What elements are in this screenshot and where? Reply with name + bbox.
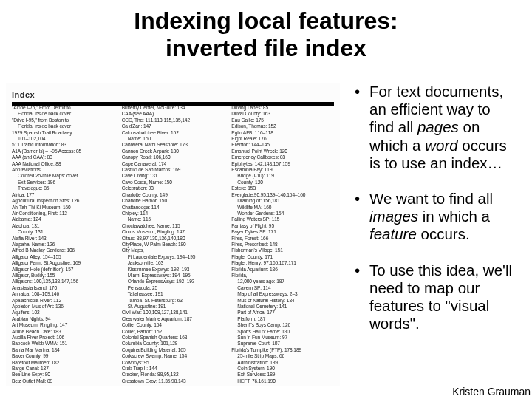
index-entry: Bridge (I-10): 119: [231, 173, 334, 179]
index-entry: Wildlife MA: 160: [231, 205, 334, 211]
index-entry: Ft Lauderdale Expwys: 194–195: [122, 254, 225, 260]
index-entry: Part of Africa: 177: [231, 310, 334, 316]
index-entry: Mus of Natural History: 134: [231, 298, 334, 304]
index-entry: Chattanooga: 114: [122, 205, 225, 211]
bullet-1: For text documents, an efficient way to …: [355, 83, 519, 172]
index-entry: Exit Services: 196: [12, 180, 115, 185]
index-entry: Crab Trap II: 144: [122, 366, 225, 372]
index-entry: Coquina Building Material: 165: [122, 347, 225, 353]
index-entry: Corkscrew Swamp, Name: 154: [122, 353, 225, 359]
index-entry: 1929 Spanish Trail Roadway:: [12, 130, 115, 136]
index-entry: Alligator Farm, St Augustine: 169: [12, 260, 115, 266]
index-entry: Map of all Expressways: 2–3: [231, 291, 334, 297]
index-entry: Flagler County: 171: [231, 254, 334, 260]
index-entry: Fantasy of Flight: 95: [231, 223, 334, 229]
credit: Kristen Grauman: [452, 386, 531, 398]
index-entry: Cave Diving: 131: [122, 173, 225, 179]
title-line-1: Indexing local features:: [134, 7, 398, 34]
index-entry: Collier, Barron: 152: [122, 329, 225, 335]
index-entry: Pensacola: 25: [122, 285, 225, 291]
index-column-2: Butterfly Center, McGuire: 134CAA (see A…: [122, 105, 225, 383]
index-entry: CAA (see AAA): [122, 111, 225, 117]
index-entry: Barefoot Mailmen: 182: [12, 360, 115, 366]
index-entry: Abbreviations,: [12, 167, 115, 173]
index-entry: Air Conditioning, First: 112: [12, 211, 115, 216]
index-entry: Everglade,90,95,139–140,154–160: [231, 192, 334, 198]
index-entry: 511 Traffic Information: 83: [12, 142, 115, 148]
index-entry: Jacksonville: 163: [122, 260, 225, 266]
index-entry: Canaveral Natnl Seashore: 173: [122, 142, 225, 148]
index-entry: Bahia Mar Marina: 184: [12, 347, 115, 353]
index-entry: Baker County: 99: [12, 353, 115, 359]
index-entry: Driving Lanes: 85: [231, 105, 334, 111]
index-entry: Ah-Tah-Thi-Ki Museum: 160: [12, 205, 115, 211]
index-entry: Cavern SP: 114: [231, 285, 334, 291]
index-entry: Florida,: [231, 273, 334, 279]
index-entry: Castillo de San Marcos: 169: [122, 167, 225, 173]
index-entry: Collier County: 154: [122, 322, 225, 328]
index-entry: 101–102,104: [12, 136, 115, 142]
index-entry: Cannon Creek Airpark: 130: [122, 149, 225, 154]
index-entry: "Alone I-75," From Detroit to: [12, 105, 115, 111]
slide: Indexing local features: inverted file i…: [0, 0, 532, 399]
index-entry: Miami Expressways: 194–195: [122, 273, 225, 279]
index-entry: Colored 25-mile Maps: cover: [12, 173, 115, 179]
index-entry: Butterfly Center, McGuire: 134: [122, 105, 225, 111]
index-image: Index "Alone I-75," From Detroit toFlori…: [6, 83, 340, 386]
bullet-2: We want to find all images in which a fe…: [355, 190, 519, 244]
index-entry: A1A (Barrier Is) – I-95 Access: 85: [12, 149, 115, 154]
index-entry: Edison, Thomas: 152: [231, 123, 334, 129]
index-entry: Alligator Alley: 154–155: [12, 254, 115, 260]
index-entry: Art Museum, Ringling: 147: [12, 322, 115, 328]
index-entry: Alapaha, Name: 126: [12, 242, 115, 248]
index-entry: "Drive I-95," from Boston to: [12, 117, 115, 123]
index-entry: Aquifers: 102: [12, 310, 115, 316]
index-entry: AAA National Office: 88: [12, 161, 115, 167]
index-entry: Florida's Turnpike (FTP): 178,189: [231, 347, 334, 353]
index-entry: Coin System: 190: [231, 366, 334, 372]
index-entry: Florida: inside back cover: [12, 111, 115, 117]
index-entry: Platform: 187: [231, 316, 334, 322]
index-entry: Eglin AFB: 116–118: [231, 130, 334, 136]
index-entry: Duval County: 163: [231, 111, 334, 117]
index-entry: Tallahassee: 191: [122, 291, 225, 297]
index-entry: Clearwater Marine Aquarium: 187: [122, 316, 225, 322]
index-entry: Epiphytes: 142,148,157,159: [231, 161, 334, 167]
bullet-region: For text documents, an efficient way to …: [340, 83, 532, 399]
index-entry: Exit Services: 189: [231, 372, 334, 378]
index-entry: Charlotte Harbor: 150: [122, 198, 225, 204]
index-entry: Choctawatchee, Name: 115: [122, 223, 225, 229]
index-entry: Estero: 153: [231, 185, 334, 191]
index-entry: Alligators: 100,135,138,147,156: [12, 279, 115, 284]
index-entry: Canopy Road: 106,160: [122, 154, 225, 160]
index-entry: City Maps,: [122, 248, 225, 253]
index-entry: Fires, Forest: 166: [231, 236, 334, 242]
index-entry: Babcock-Webb WMA: 151: [12, 341, 115, 347]
index-entry: Columbia County: 101,128: [122, 341, 225, 347]
index-entry: 25-mile Strip Maps: 66: [231, 353, 334, 359]
index-entry: Sports Hall of Fame: 130: [231, 329, 334, 335]
index-entry: Civil War: 100,108,127,138,141: [122, 310, 225, 316]
index-entry: Cayo Costa, Name: 150: [122, 180, 225, 185]
index-entry: Cracker, Florida: 88,95,132: [122, 372, 225, 378]
index-entry: Flagler, Henry: 97,165,167,171: [231, 260, 334, 266]
index-header: Index: [12, 87, 334, 106]
index-entry: Ca d'Zan: 147: [122, 123, 225, 129]
index-entry: Cowboys: 95: [122, 360, 225, 366]
index-entry: Anhaica: 108–109,146: [12, 291, 115, 297]
index-header-label: Index: [12, 90, 35, 99]
index-entry: Alfred B Maclay Gardens: 106: [12, 248, 115, 253]
index-entry: Sun 'n Fun Museum: 97: [231, 335, 334, 341]
index-entry: Caloosahatchee River: 152: [122, 130, 225, 136]
slide-title: Indexing local features: inverted file i…: [0, 0, 532, 62]
bullet-3: To use this idea, we'll need to map our …: [355, 262, 519, 333]
index-column-1: "Alone I-75," From Detroit toFlorida: in…: [12, 105, 115, 383]
index-entry: Barge Canal: 137: [12, 366, 115, 372]
index-entry: Administration: 189: [231, 360, 334, 366]
index-column-3: Driving Lanes: 85Duval County: 163Eau Ga…: [231, 105, 334, 383]
index-columns: "Alone I-75," From Detroit toFlorida: in…: [12, 105, 334, 383]
index-entry: Citrus: 88,97,130,136,140,180: [122, 236, 225, 242]
title-line-2: inverted file index: [166, 35, 366, 61]
index-entry: Cape Canaveral: 174: [122, 161, 225, 167]
index-entry: Sheriff's Boys Camp: 126: [231, 322, 334, 328]
